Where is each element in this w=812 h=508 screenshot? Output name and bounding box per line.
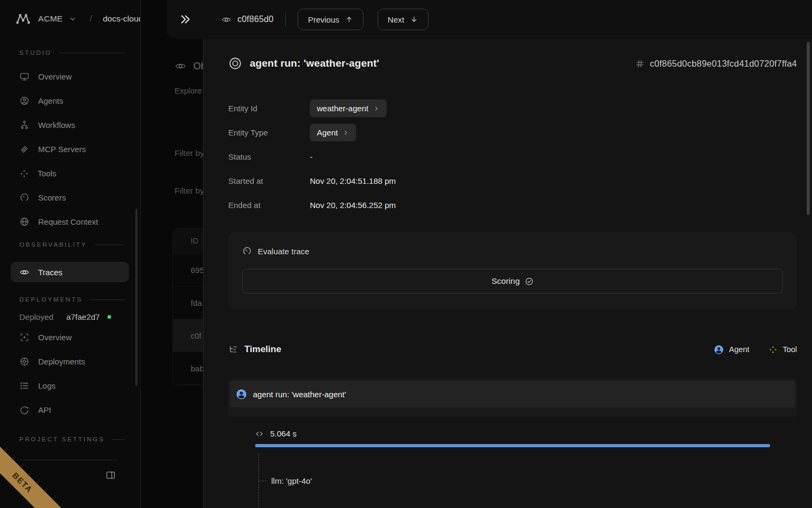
mastra-logo (15, 12, 31, 25)
sidebar-item-request-context[interactable]: Request Context (0, 210, 140, 234)
eye-icon (221, 15, 231, 25)
legend-agent-label: Agent (729, 345, 749, 354)
deployed-status-row: Deployed a7fae2d7 (0, 311, 140, 322)
meta-row-ended-at: Ended at Nov 20, 2:04:56.252 pm (228, 193, 797, 217)
sidebar-item-label: Overview (38, 333, 72, 342)
scoring-button-label: Scoring (491, 276, 520, 286)
meta-label: Started at (228, 176, 310, 185)
workflow-icon (19, 120, 30, 130)
sidebar-item-deployments[interactable]: Deployments (0, 349, 140, 374)
tools-icon (19, 169, 29, 178)
entity-id-badge[interactable]: weather-agent (310, 99, 387, 117)
status-value: - (310, 152, 313, 161)
trace-id-short: c0f865d0 (237, 15, 273, 24)
sidebar-item-overview[interactable]: Overview (0, 65, 140, 89)
sidebar-item-label: Agents (38, 96, 63, 105)
legend-agent: Agent (714, 345, 749, 355)
hash-icon (635, 59, 644, 68)
app-header: ACME / docs-cloud-obs (0, 0, 160, 38)
scoring-button[interactable]: Scoring (242, 269, 783, 294)
api-icon (19, 405, 30, 415)
org-name[interactable]: ACME (38, 14, 63, 24)
trace-detail-panel: agent run: 'weather-agent' c0f865d0cb89e… (203, 0, 812, 508)
sidebar-item-deploy-overview[interactable]: Overview (0, 325, 140, 349)
chevron-right-icon (373, 105, 380, 112)
timeline-root-span-row[interactable]: agent run: 'weather-agent' (230, 381, 795, 407)
code-icon (255, 430, 264, 438)
meta-row-status: Status - (228, 145, 797, 169)
root-span-label: agent run: 'weather-agent' (253, 390, 346, 399)
entity-type-badge[interactable]: Agent (310, 124, 356, 141)
sidebar-item-label: Scorers (38, 193, 66, 202)
agent-icon (19, 96, 30, 106)
sidebar-section-observability: OBSERVABILITY (19, 241, 125, 248)
sidebar-item-label: Traces (38, 268, 62, 277)
sidebar-item-label: Request Context (38, 217, 98, 226)
sidebar-item-scorers[interactable]: Scorers (0, 185, 140, 210)
timeline-title: Timeline (244, 344, 281, 355)
trace-drawer-topbar: c0f865d0 Previous Next (166, 0, 812, 39)
trace-hash: c0f865d0cb89e013fcd41d0720f7ffa4 (650, 59, 797, 69)
sidebar-scrollbar[interactable] (135, 209, 137, 386)
meta-row-started-at: Started at Nov 20, 2:04:51.188 pm (228, 169, 797, 193)
page-title: agent run: 'weather-agent' (250, 58, 379, 69)
timeline-root-span-container: agent run: 'weather-agent' (228, 378, 797, 417)
sidebar-item-label: Deployments (38, 357, 85, 366)
timeline-legend: Agent Tool (714, 345, 797, 355)
sidebar-item-label: Workflows (38, 120, 75, 130)
previous-button[interactable]: Previous (298, 9, 363, 30)
duration-value: 5.064 s (270, 429, 296, 438)
sidebar-item-label: Logs (38, 381, 56, 390)
list-tree-icon (228, 345, 238, 355)
panel-scrollbar[interactable] (807, 42, 810, 215)
sidebar-item-agents[interactable]: Agents (0, 89, 140, 113)
started-at-value: Nov 20, 2:04:51.188 pm (310, 176, 396, 185)
vertical-divider (285, 12, 286, 26)
chevron-down-icon[interactable] (69, 15, 77, 23)
meta-label: Entity Type (228, 128, 310, 137)
breadcrumb-separator: / (90, 14, 92, 24)
section-label: STUDIO (19, 49, 52, 56)
deployed-id[interactable]: a7fae2d7 (66, 312, 100, 321)
sidebar-collapse-icon[interactable] (105, 470, 116, 481)
deployed-label: Deployed (19, 312, 53, 321)
section-label: OBSERVABILITY (19, 241, 87, 248)
sidebar-item-label: MCP Servers (38, 145, 86, 154)
eye-icon (19, 267, 30, 277)
sidebar-item-label: Overview (38, 72, 72, 81)
sidebar: STUDIO Overview Agents Workflows MCP Ser… (0, 38, 140, 481)
sidebar-item-api[interactable]: API (0, 398, 140, 422)
gauge-icon (19, 192, 30, 203)
meta-label: Status (228, 152, 310, 161)
timeline-child-span-row[interactable]: llm: 'gpt-4o' (255, 473, 797, 488)
previous-button-label: Previous (308, 15, 339, 24)
tool-legend-icon (769, 345, 778, 354)
entity-type-value: Agent (317, 128, 338, 137)
next-button[interactable]: Next (378, 9, 429, 30)
arrow-up-icon (345, 15, 353, 24)
arrow-down-icon (410, 15, 418, 24)
evaluate-trace-card: Evaluate trace Scoring (228, 232, 797, 310)
sidebar-item-tools[interactable]: Tools (0, 161, 140, 185)
trace-metadata: Entity Id weather-agent Entity Type Agen… (228, 96, 797, 217)
gauge-icon (242, 246, 252, 256)
tree-connector-horizontal (258, 481, 266, 481)
trace-id-chip: c0f865d0 (221, 15, 273, 25)
chevrons-right-icon[interactable] (178, 13, 191, 26)
evaluate-trace-label: Evaluate trace (258, 247, 309, 256)
sidebar-item-label: API (38, 405, 51, 414)
sidebar-item-workflows[interactable]: Workflows (0, 113, 140, 137)
sidebar-item-mcp-servers[interactable]: MCP Servers (0, 137, 140, 161)
ship-wheel-icon (19, 356, 30, 367)
sidebar-section-deployments: DEPLOYMENTS (19, 296, 125, 303)
check-circle-icon (525, 277, 534, 286)
next-button-label: Next (388, 15, 404, 24)
meta-label: Ended at (228, 201, 310, 210)
mcp-icon (19, 144, 30, 154)
sidebar-item-logs[interactable]: Logs (0, 374, 140, 398)
target-icon (228, 56, 242, 70)
sidebar-item-traces[interactable]: Traces (11, 262, 129, 282)
span-duration-block: 5.064 s (255, 429, 770, 447)
monitor-icon (19, 71, 30, 82)
chevron-right-icon (343, 130, 349, 136)
